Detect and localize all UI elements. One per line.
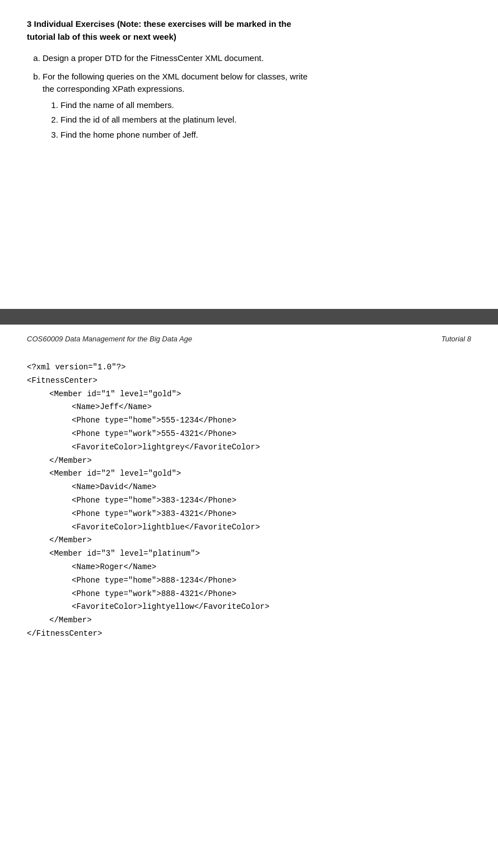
- exercise-b-text: For the following queries on the XML doc…: [43, 72, 308, 94]
- section-heading: 3 Individual Exercises (Note: these exer…: [27, 18, 471, 43]
- xml-line: <Name>David</Name>: [27, 481, 471, 494]
- page-top: 3 Individual Exercises (Note: these exer…: [0, 0, 498, 141]
- xml-line: <Member id="3" level="platinum">: [27, 547, 471, 561]
- exercise-b: For the following queries on the XML doc…: [43, 71, 471, 142]
- xml-line: <Member id="2" level="gold">: [27, 467, 471, 481]
- xml-line: <FavoriteColor>lightgrey</FavoriteColor>: [27, 441, 471, 454]
- xml-line: <Phone type="work">383-4321</Phone>: [27, 508, 471, 521]
- xml-line: </Member>: [27, 454, 471, 468]
- xml-line: <Name>Roger</Name>: [27, 561, 471, 574]
- xml-line: </Member>: [27, 614, 471, 627]
- subitem-2: Find the id of all members at the platin…: [60, 114, 471, 126]
- xml-line: </Member>: [27, 534, 471, 547]
- xml-line: <Phone type="home">383-1234</Phone>: [27, 494, 471, 508]
- subitem-2-text: Find the id of all members at the platin…: [60, 115, 236, 124]
- xml-section: <?xml version="1.0"?><FitnessCenter><Mem…: [0, 343, 498, 659]
- section-number: 3: [27, 19, 31, 29]
- footer-left: COS60009 Data Management for the Big Dat…: [27, 335, 192, 343]
- section-title-text: Individual Exercises (Note: these exerci…: [27, 19, 291, 41]
- xml-line: <Member id="1" level="gold">: [27, 388, 471, 401]
- exercise-a-text: Design a proper DTD for the FitnessCente…: [43, 53, 264, 63]
- subitem-1: Find the name of all members.: [60, 99, 471, 112]
- xml-line: <Phone type="home">555-1234</Phone>: [27, 414, 471, 428]
- xml-line: <FavoriteColor>lightyellow</FavoriteColo…: [27, 600, 471, 614]
- xml-line: <Phone type="home">888-1234</Phone>: [27, 574, 471, 588]
- xml-line: <Phone type="work">888-4321</Phone>: [27, 588, 471, 601]
- xml-line: <?xml version="1.0"?>: [27, 361, 471, 374]
- xml-line: </FitnessCenter>: [27, 627, 471, 641]
- footer-section: COS60009 Data Management for the Big Dat…: [0, 325, 498, 343]
- exercise-a: Design a proper DTD for the FitnessCente…: [43, 52, 471, 65]
- exercise-list: Design a proper DTD for the FitnessCente…: [27, 52, 471, 141]
- xml-line: <FitnessCenter>: [27, 374, 471, 388]
- xml-line: <Phone type="work">555-4321</Phone>: [27, 428, 471, 441]
- xml-line: <Name>Jeff</Name>: [27, 401, 471, 414]
- subitem-1-text: Find the name of all members.: [60, 100, 174, 110]
- subitem-3: Find the home phone number of Jeff.: [60, 129, 471, 142]
- subitem-list: Find the name of all members. Find the i…: [43, 99, 471, 142]
- footer-right: Tutorial 8: [441, 335, 471, 343]
- subitem-3-text: Find the home phone number of Jeff.: [60, 130, 198, 139]
- xml-line: <FavoriteColor>lightblue</FavoriteColor>: [27, 521, 471, 534]
- divider-bar: [0, 309, 498, 325]
